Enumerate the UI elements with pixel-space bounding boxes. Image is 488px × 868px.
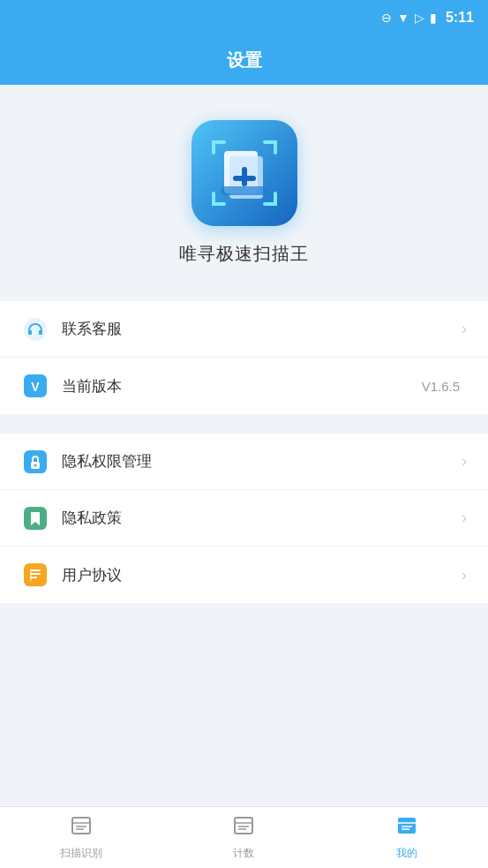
menu-item-privacy-policy[interactable]: 隐私政策 ›	[0, 490, 488, 547]
scan-tab-icon	[70, 814, 93, 842]
status-bar: ⊖ ▼ ▷ ▮ 5:11	[0, 0, 488, 35]
menu-group-2: 隐私权限管理 › 隐私政策 ›	[0, 434, 488, 603]
contact-support-label: 联系客服	[62, 319, 462, 339]
bookmark-icon	[21, 504, 49, 532]
svg-rect-17	[72, 818, 90, 834]
app-icon	[191, 120, 297, 226]
privacy-management-label: 隐私权限管理	[62, 451, 462, 472]
tab-scan-label: 扫描识别	[60, 846, 102, 861]
count-tab-icon	[232, 814, 255, 842]
tab-count[interactable]: 计数	[162, 814, 325, 861]
menu-item-current-version[interactable]: V 当前版本 V1.6.5	[0, 358, 488, 414]
lock-icon	[21, 448, 49, 476]
app-name: 唯寻极速扫描王	[179, 242, 309, 266]
svg-rect-16	[30, 569, 32, 581]
current-version-label: 当前版本	[62, 376, 422, 396]
document-icon	[21, 561, 49, 589]
svg-point-10	[34, 464, 37, 466]
privacy-management-arrow: ›	[462, 452, 467, 471]
svg-text:V: V	[31, 380, 40, 394]
header: 设置	[0, 35, 488, 85]
minus-circle-icon: ⊖	[381, 11, 392, 25]
menu-item-contact-support[interactable]: 联系客服 ›	[0, 301, 488, 358]
status-time: 5:11	[446, 10, 474, 26]
svg-point-5	[24, 318, 47, 341]
headset-icon	[21, 315, 49, 343]
signal-icon: ▷	[415, 11, 424, 25]
privacy-policy-arrow: ›	[462, 509, 467, 527]
svg-rect-4	[221, 186, 268, 195]
privacy-policy-label: 隐私政策	[62, 508, 462, 528]
mine-tab-icon	[395, 814, 418, 842]
user-agreement-label: 用户协议	[62, 565, 462, 585]
tab-bar: 扫描识别 计数 我的	[0, 806, 488, 868]
page-title: 设置	[227, 49, 262, 72]
wifi-icon: ▼	[397, 11, 409, 25]
menu-group-1: 联系客服 › V 当前版本 V1.6.5	[0, 301, 488, 414]
app-icon-svg	[205, 133, 284, 213]
user-agreement-arrow: ›	[462, 566, 467, 585]
app-icon-section: 唯寻极速扫描王	[179, 85, 309, 292]
menu-gap	[0, 414, 488, 425]
current-version-value: V1.6.5	[422, 379, 460, 394]
svg-rect-21	[235, 818, 252, 834]
tab-scan[interactable]: 扫描识别	[0, 814, 162, 861]
svg-rect-25	[398, 818, 416, 834]
menu-item-user-agreement[interactable]: 用户协议 ›	[0, 547, 488, 603]
battery-icon: ▮	[430, 11, 437, 25]
tab-mine[interactable]: 我的	[326, 814, 488, 861]
tab-count-label: 计数	[233, 846, 254, 861]
contact-support-arrow: ›	[462, 320, 467, 338]
menu-item-privacy-management[interactable]: 隐私权限管理 ›	[0, 434, 488, 490]
svg-rect-3	[242, 167, 247, 186]
tab-mine-label: 我的	[396, 846, 417, 861]
main-content: 唯寻极速扫描王 联系客服 › V 当前版本 V1.6.5	[0, 85, 488, 806]
version-icon: V	[21, 372, 49, 400]
